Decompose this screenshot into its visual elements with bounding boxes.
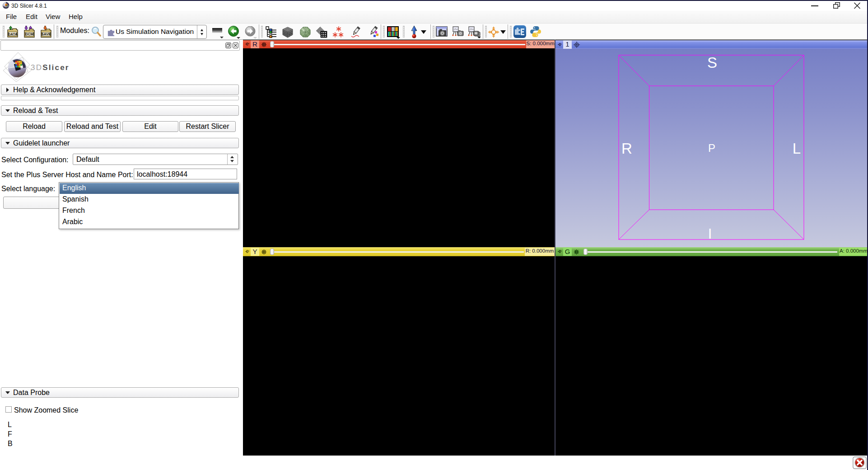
svg-text:L: L (793, 140, 801, 157)
svg-text:S: S (707, 54, 717, 71)
svg-text:P: P (708, 142, 715, 154)
svg-text:SAVE: SAVE (41, 32, 51, 36)
svg-text:DCM: DCM (25, 32, 34, 36)
svg-text:I: I (708, 226, 712, 242)
svg-text:3DSlicer: 3DSlicer (31, 63, 70, 72)
svg-text:DATA: DATA (8, 32, 17, 36)
svg-text:R: R (621, 140, 632, 157)
